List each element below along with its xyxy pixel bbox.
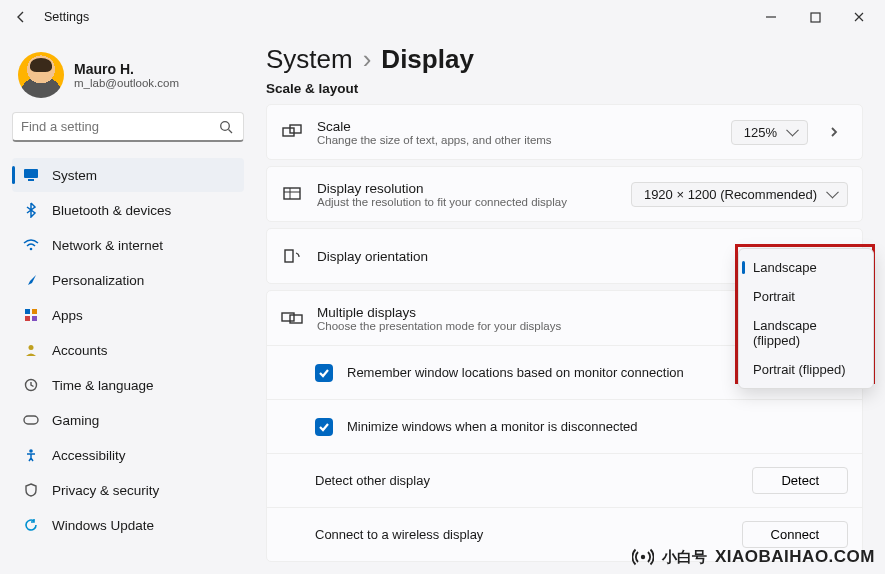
orientation-option-portrait-flipped[interactable]: Portrait (flipped) — [739, 355, 873, 384]
detect-display-row: Detect other display Detect — [267, 453, 862, 507]
resolution-select[interactable]: 1920 × 1200 (Recommended) — [631, 182, 848, 207]
sidebar-item-label: Windows Update — [52, 518, 154, 533]
profile-email: m_lab@outlook.com — [74, 77, 179, 89]
window-title: Settings — [44, 10, 89, 24]
svg-rect-15 — [284, 188, 300, 199]
monitor-icon — [22, 166, 40, 184]
search-input[interactable] — [21, 119, 217, 134]
setting-title: Display orientation — [317, 249, 684, 264]
sidebar-item-update[interactable]: Windows Update — [12, 508, 244, 542]
accessibility-icon — [22, 446, 40, 464]
svg-rect-16 — [285, 250, 293, 262]
avatar — [18, 52, 64, 98]
sidebar-item-label: Apps — [52, 308, 83, 323]
svg-rect-17 — [282, 313, 294, 321]
connect-button[interactable]: Connect — [742, 521, 848, 548]
back-button[interactable] — [4, 0, 38, 34]
setting-title: Multiple displays — [317, 305, 806, 320]
svg-rect-0 — [811, 13, 820, 22]
watermark-cn: 小白号 — [662, 548, 707, 567]
sidebar-item-label: System — [52, 168, 97, 183]
bluetooth-icon — [22, 201, 40, 219]
orientation-option-landscape-flipped[interactable]: Landscape (flipped) — [739, 311, 873, 355]
gamepad-icon — [22, 411, 40, 429]
svg-rect-11 — [24, 416, 38, 424]
sidebar-item-label: Privacy & security — [52, 483, 159, 498]
sidebar-item-privacy[interactable]: Privacy & security — [12, 473, 244, 507]
profile[interactable]: Mauro H. m_lab@outlook.com — [12, 46, 244, 112]
brush-icon — [22, 271, 40, 289]
search-icon — [217, 118, 235, 136]
apps-icon — [22, 306, 40, 324]
section-scale-layout: Scale & layout — [266, 81, 863, 96]
orientation-option-portrait[interactable]: Portrait — [739, 282, 873, 311]
sidebar-item-time[interactable]: Time & language — [12, 368, 244, 402]
scale-select[interactable]: 125% — [731, 120, 808, 145]
sidebar-item-personalization[interactable]: Personalization — [12, 263, 244, 297]
sidebar: Mauro H. m_lab@outlook.com System Blueto… — [0, 34, 252, 574]
expand-button[interactable] — [820, 125, 848, 139]
sidebar-item-accounts[interactable]: Accounts — [12, 333, 244, 367]
minimize-button[interactable] — [749, 2, 793, 32]
orientation-icon — [281, 248, 303, 264]
setting-title: Connect to a wireless display — [315, 527, 728, 542]
svg-point-1 — [221, 121, 230, 130]
svg-rect-5 — [25, 309, 30, 314]
person-icon — [22, 341, 40, 359]
clock-icon — [22, 376, 40, 394]
svg-rect-13 — [283, 128, 294, 136]
sidebar-item-bluetooth[interactable]: Bluetooth & devices — [12, 193, 244, 227]
watermark-en: XIAOBAIHAO.COM — [715, 547, 875, 567]
page-title: Display — [381, 44, 474, 75]
sidebar-item-label: Network & internet — [52, 238, 163, 253]
setting-title: Display resolution — [317, 181, 617, 196]
checkbox-label: Remember window locations based on monit… — [347, 365, 684, 380]
maximize-button[interactable] — [793, 2, 837, 32]
sidebar-item-apps[interactable]: Apps — [12, 298, 244, 332]
sidebar-item-system[interactable]: System — [12, 158, 244, 192]
checkbox-label: Minimize windows when a monitor is disco… — [347, 419, 637, 434]
breadcrumb: System › Display — [266, 44, 863, 75]
svg-rect-8 — [32, 316, 37, 321]
search-box[interactable] — [12, 112, 244, 142]
svg-rect-14 — [290, 125, 301, 133]
detect-button[interactable]: Detect — [752, 467, 848, 494]
svg-rect-18 — [290, 315, 302, 323]
shield-icon — [22, 481, 40, 499]
multiple-displays-icon — [281, 310, 303, 326]
sidebar-item-gaming[interactable]: Gaming — [12, 403, 244, 437]
svg-point-4 — [30, 248, 33, 251]
svg-rect-2 — [24, 169, 38, 178]
update-icon — [22, 516, 40, 534]
sidebar-item-label: Accessibility — [52, 448, 126, 463]
wifi-icon — [22, 236, 40, 254]
minimize-windows-row[interactable]: Minimize windows when a monitor is disco… — [267, 399, 862, 453]
orientation-option-landscape[interactable]: Landscape — [739, 253, 873, 282]
chevron-right-icon: › — [363, 44, 372, 75]
sidebar-item-label: Accounts — [52, 343, 108, 358]
sidebar-item-accessibility[interactable]: Accessibility — [12, 438, 244, 472]
watermark: 小白号 XIAOBAIHAO.COM — [632, 546, 875, 568]
svg-rect-3 — [28, 179, 34, 181]
broadcast-icon — [632, 546, 654, 568]
setting-scale[interactable]: ScaleChange the size of text, apps, and … — [266, 104, 863, 160]
profile-name: Mauro H. — [74, 61, 179, 77]
svg-point-9 — [29, 345, 34, 350]
sidebar-item-label: Personalization — [52, 273, 144, 288]
sidebar-item-network[interactable]: Network & internet — [12, 228, 244, 262]
checkbox-checked-icon[interactable] — [315, 364, 333, 382]
sidebar-item-label: Time & language — [52, 378, 154, 393]
setting-desc: Change the size of text, apps, and other… — [317, 134, 717, 146]
resolution-icon — [281, 186, 303, 202]
close-button[interactable] — [837, 2, 881, 32]
scale-icon — [281, 124, 303, 140]
sidebar-item-label: Bluetooth & devices — [52, 203, 171, 218]
setting-title: Scale — [317, 119, 717, 134]
orientation-dropdown[interactable]: Landscape Portrait Landscape (flipped) P… — [738, 248, 874, 389]
checkbox-checked-icon[interactable] — [315, 418, 333, 436]
svg-rect-7 — [25, 316, 30, 321]
setting-resolution[interactable]: Display resolutionAdjust the resolution … — [266, 166, 863, 222]
sidebar-item-label: Gaming — [52, 413, 99, 428]
breadcrumb-parent[interactable]: System — [266, 44, 353, 75]
setting-title: Detect other display — [315, 473, 738, 488]
